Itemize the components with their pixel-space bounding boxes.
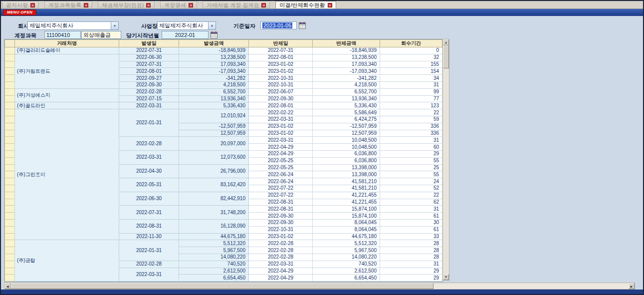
settle-date-cell[interactable]: 2022-08-31	[249, 199, 313, 206]
settle-date-cell[interactable]: 2023-01-02	[249, 68, 313, 75]
tab-close-icon[interactable]: ✕	[328, 3, 332, 7]
period-cell[interactable]: 77	[380, 95, 442, 102]
settle-amount-cell[interactable]: 41,221,455	[313, 199, 380, 206]
period-cell[interactable]: 55	[380, 171, 442, 178]
occur-date-cell[interactable]: 2022-09-27	[119, 75, 179, 82]
settle-amount-cell[interactable]: 10,048,500	[313, 137, 380, 144]
settle-amount-cell[interactable]: 740,520	[313, 261, 380, 268]
occur-amount-cell[interactable]: 12,010,924	[179, 109, 249, 123]
settle-amount-cell[interactable]: 13,238,500	[313, 54, 380, 61]
period-cell[interactable]: 31	[380, 137, 442, 144]
settle-date-cell[interactable]: 2022-02-28	[249, 247, 313, 254]
row-selector[interactable]	[5, 109, 15, 116]
account-code-input[interactable]: 11100410	[44, 31, 81, 39]
settle-amount-cell[interactable]: 41,221,455	[313, 192, 380, 199]
settle-amount-cell[interactable]: 41,581,210	[313, 178, 380, 185]
period-cell[interactable]: 32	[380, 54, 442, 61]
tab-item[interactable]: 미결/반제회수현황✕	[275, 1, 336, 8]
period-cell[interactable]: 99	[380, 88, 442, 95]
row-selector[interactable]	[5, 102, 15, 109]
occur-amount-cell[interactable]: 2,612,500	[179, 268, 249, 275]
period-cell[interactable]: 61	[380, 213, 442, 220]
period-cell[interactable]: 34	[380, 75, 442, 82]
settle-amount-cell[interactable]: 2,612,500	[313, 268, 380, 275]
occur-date-cell[interactable]: 2022-07-31	[119, 206, 179, 220]
tab-close-icon[interactable]: ✕	[84, 3, 88, 7]
occur-amount-cell[interactable]: 12,507,959	[179, 130, 249, 137]
settle-amount-cell[interactable]: 4,218,500	[313, 81, 380, 88]
row-selector[interactable]	[5, 81, 15, 88]
row-selector[interactable]	[5, 213, 15, 220]
row-selector[interactable]	[5, 130, 15, 137]
row-selector[interactable]	[5, 192, 15, 199]
occur-date-cell[interactable]: 2022-07-31	[119, 47, 179, 54]
settle-date-cell[interactable]: 2022-04-29	[249, 275, 313, 282]
occur-date-cell[interactable]: 2022-06-30	[119, 192, 179, 206]
settle-amount-cell[interactable]: 5,512,320	[313, 240, 380, 247]
settle-date-cell[interactable]: 2022-07-22	[249, 192, 313, 199]
settle-amount-cell[interactable]: 5,967,500	[313, 247, 380, 254]
occur-amount-cell[interactable]: 12,073,600	[179, 150, 249, 164]
settle-amount-cell[interactable]: 12,507,959	[313, 130, 380, 137]
occur-date-cell[interactable]: 2022-06-30	[119, 54, 179, 61]
occur-date-cell[interactable]: 2022-02-28	[119, 261, 179, 268]
settle-amount-cell[interactable]: 5,586,649	[313, 109, 380, 116]
settle-date-cell[interactable]: 2022-02-28	[249, 254, 313, 261]
settle-date-cell[interactable]: 2022-03-31	[249, 261, 313, 268]
row-selector[interactable]	[5, 157, 15, 164]
settle-date-cell[interactable]: 2022-03-31	[249, 137, 313, 144]
occur-date-cell[interactable]: 2022-08-31	[119, 219, 179, 233]
settle-amount-cell[interactable]: -341,282	[313, 75, 380, 82]
scroll-down-button[interactable]: ▼	[443, 274, 449, 280]
occur-date-cell[interactable]: 2022-11-30	[119, 233, 179, 240]
occur-date-cell[interactable]: 2022-03-31	[119, 268, 179, 282]
base-date-input[interactable]: 2023-01-05	[260, 21, 297, 29]
settle-amount-cell[interactable]: 41,581,210	[313, 185, 380, 192]
company-select[interactable]: 제일제지주식회사 ▼	[27, 21, 119, 30]
account-name-field[interactable]: 외상매출금	[81, 31, 121, 39]
period-cell[interactable]: 22	[380, 192, 442, 199]
settle-date-cell[interactable]: 2023-01-02	[249, 123, 313, 130]
occur-amount-cell[interactable]: -12,507,959	[179, 123, 249, 130]
period-cell[interactable]: 24	[380, 178, 442, 185]
row-selector[interactable]	[5, 68, 15, 75]
settle-date-cell[interactable]: 2022-04-29	[249, 268, 313, 275]
row-selector[interactable]	[5, 199, 15, 206]
settle-date-cell[interactable]: 2022-09-30	[249, 95, 313, 102]
occur-amount-cell[interactable]: -341,282	[179, 75, 249, 82]
settle-date-cell[interactable]: 2023-01-02	[249, 130, 313, 137]
settle-date-cell[interactable]: 2022-09-30	[249, 219, 313, 226]
occur-amount-cell[interactable]: 14,080,220	[179, 254, 249, 261]
settle-amount-cell[interactable]: 14,080,220	[313, 254, 380, 261]
scroll-right-button[interactable]: ▶	[629, 283, 635, 289]
row-selector[interactable]	[5, 240, 15, 247]
tab-item[interactable]: 채권채무장(전표)✕	[98, 1, 155, 8]
settle-date-cell[interactable]: 2022-06-07	[249, 88, 313, 95]
customer-cell[interactable]: (주)금탑	[15, 240, 119, 282]
settle-date-cell[interactable]: 2022-08-01	[249, 102, 313, 109]
occur-amount-cell[interactable]: -17,093,340	[179, 68, 249, 75]
settle-date-cell[interactable]: 2022-08-01	[249, 54, 313, 61]
row-selector[interactable]	[5, 61, 15, 68]
customer-cell[interactable]: (주)골드라인	[15, 102, 119, 109]
customer-cell[interactable]: (주)갤러리드슬레이	[15, 47, 119, 54]
tab-item[interactable]: 거래처별 계정 집계표✕	[203, 1, 270, 8]
settle-date-cell[interactable]: 2023-01-02	[249, 61, 313, 68]
row-selector[interactable]	[5, 54, 15, 61]
settle-date-cell[interactable]: 2022-07-31	[249, 47, 313, 54]
occur-amount-cell[interactable]: 6,654,450	[179, 275, 249, 282]
row-selector[interactable]	[5, 150, 15, 157]
settle-amount-cell[interactable]: 15,874,100	[313, 206, 380, 213]
occur-date-cell[interactable]: 2022-09-30	[119, 81, 179, 88]
row-selector[interactable]	[5, 247, 15, 254]
period-cell[interactable]: 55	[380, 157, 442, 164]
row-selector[interactable]	[5, 219, 15, 226]
settle-amount-cell[interactable]: 6,036,800	[313, 157, 380, 164]
vertical-scroll-thumb[interactable]	[443, 45, 449, 68]
period-cell[interactable]: 61	[380, 226, 442, 233]
settle-amount-cell[interactable]: 13,936,340	[313, 95, 380, 102]
vertical-scrollbar[interactable]: ▲ ▼	[442, 39, 449, 281]
tab-close-icon[interactable]: ✕	[30, 3, 35, 7]
horizontal-scroll-thumb[interactable]	[10, 283, 433, 289]
calendar-icon[interactable]	[299, 22, 306, 29]
